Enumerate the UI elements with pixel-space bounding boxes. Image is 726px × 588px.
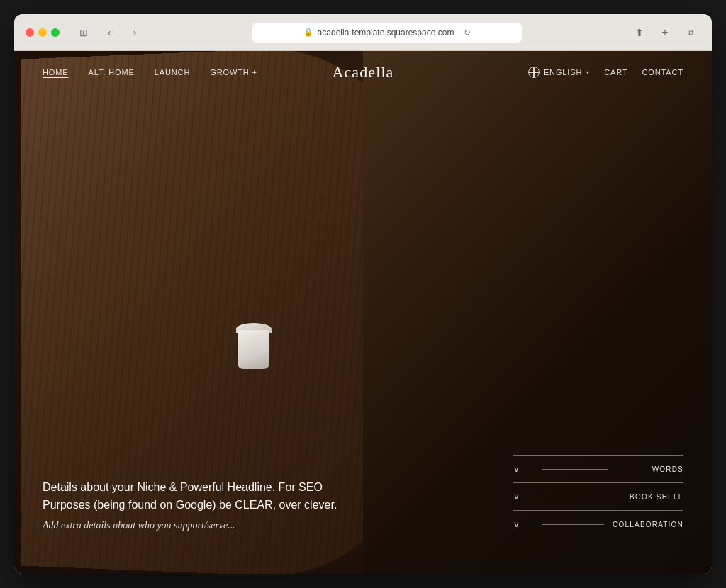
accordion-label-collaboration: COLLABORATION <box>613 521 683 528</box>
nav-link-launch[interactable]: LAUNCH <box>155 68 191 77</box>
website-content: HOME ALT. HOME LAUNCH GROWTH + Acadella … <box>14 51 712 574</box>
coffee-cup <box>238 323 273 369</box>
browser-chrome: ⊞ ‹ › 🔒 acadella-template.squarespace.co… <box>14 14 712 51</box>
reload-icon[interactable]: ↻ <box>464 28 471 38</box>
traffic-light-green[interactable] <box>51 28 60 37</box>
nav-link-cart[interactable]: CART <box>604 68 627 77</box>
traffic-light-red[interactable] <box>26 28 34 37</box>
lock-icon: 🔒 <box>303 28 313 37</box>
traffic-lights <box>26 28 60 37</box>
share-button[interactable]: ⬆ <box>630 23 649 43</box>
browser-window: ⊞ ‹ › 🔒 acadella-template.squarespace.co… <box>14 14 712 574</box>
nav-link-alt-home[interactable]: ALT. HOME <box>89 68 135 77</box>
nav-right: ENGLISH ▾ CART CONTACT <box>528 67 683 78</box>
hero-headline: Details about your Niche & Powerful Head… <box>43 478 340 514</box>
nav-link-growth[interactable]: GROWTH + <box>210 68 257 77</box>
accordion-line-bookshelf <box>542 497 608 497</box>
nav-center: Acadella <box>333 63 394 81</box>
sidebar-toggle-button[interactable]: ⊞ <box>74 23 94 43</box>
accordion-item-words[interactable]: ∨ WORDS <box>513 455 683 482</box>
hero-content: Details about your Niche & Powerful Head… <box>43 478 340 531</box>
accordion-label-bookshelf: BOOK SHELF <box>617 493 683 501</box>
back-button[interactable]: ‹ <box>99 23 119 43</box>
chevron-down-icon: ▾ <box>586 69 590 76</box>
forward-button[interactable]: › <box>125 23 145 43</box>
url-text: acadella-template.squarespace.com <box>318 28 454 38</box>
language-selector[interactable]: ENGLISH ▾ <box>528 67 590 78</box>
hero-subtext: Add extra details about who you support/… <box>43 520 340 531</box>
nav-link-home[interactable]: HOME <box>43 68 69 77</box>
tabs-button[interactable]: ⧉ <box>681 23 700 43</box>
traffic-light-yellow[interactable] <box>38 28 47 37</box>
language-label: ENGLISH <box>544 68 582 77</box>
accordion-chevron-words: ∨ <box>513 464 525 474</box>
new-tab-button[interactable]: + <box>655 23 675 43</box>
accordion-item-collaboration[interactable]: ∨ COLLABORATION <box>513 510 683 538</box>
nav-link-contact[interactable]: CONTACT <box>642 68 683 77</box>
browser-right-controls: ⬆ + ⧉ <box>630 23 700 43</box>
accordion-line-words <box>542 469 608 470</box>
accordion-label-words: WORDS <box>617 465 683 473</box>
address-bar[interactable]: 🔒 acadella-template.squarespace.com ↻ <box>252 23 522 43</box>
accordion-chevron-collaboration: ∨ <box>513 519 525 529</box>
nav-left: HOME ALT. HOME LAUNCH GROWTH + <box>43 68 528 77</box>
accordion-item-bookshelf[interactable]: ∨ BOOK SHELF <box>513 482 683 510</box>
coffee-cup-body <box>238 330 269 369</box>
browser-controls: ⊞ ‹ › <box>74 23 145 43</box>
main-nav: HOME ALT. HOME LAUNCH GROWTH + Acadella … <box>14 51 712 94</box>
site-title: Acadella <box>333 63 394 81</box>
accordion-chevron-bookshelf: ∨ <box>513 492 525 502</box>
accordion-line-collaboration <box>542 524 604 525</box>
globe-icon <box>528 67 540 78</box>
accordion: ∨ WORDS ∨ BOOK SHELF ∨ COLLABORATION <box>513 455 683 538</box>
